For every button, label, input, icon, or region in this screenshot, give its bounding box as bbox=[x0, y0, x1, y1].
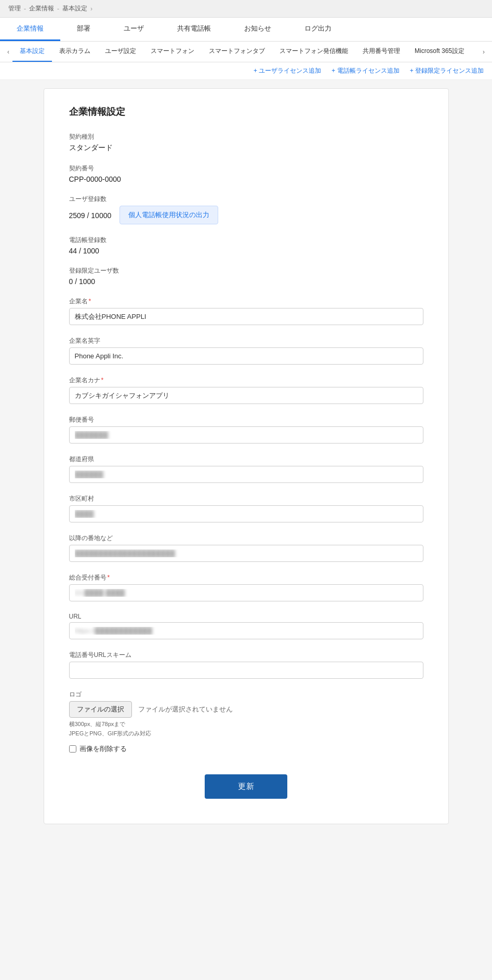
tab-shared-phonebook[interactable]: 共有電話帳 bbox=[161, 18, 228, 41]
subtab-basic-settings[interactable]: 基本設定 bbox=[12, 42, 52, 62]
phone-section: 総合受付番号* bbox=[69, 573, 423, 601]
phonebook-count-label: 電話帳登録数 bbox=[69, 236, 423, 245]
contract-number-label: 契約番号 bbox=[69, 164, 423, 173]
submit-button[interactable]: 更新 bbox=[205, 774, 287, 799]
tab-department[interactable]: 部署 bbox=[60, 18, 107, 41]
delete-image-checkbox[interactable] bbox=[69, 745, 76, 753]
address-input[interactable] bbox=[69, 545, 423, 562]
file-section: ファイルの選択 ファイルが選択されていません bbox=[69, 701, 423, 718]
url-input[interactable] bbox=[69, 622, 423, 639]
phone-url-scheme-label: 電話番号URLスキーム bbox=[69, 651, 423, 660]
user-count-section: ユーザ登録数 2509 / 10000 個人電話帳使用状況の出力 bbox=[69, 195, 423, 224]
top-nav: 企業情報 部署 ユーザ 共有電話帳 お知らせ ログ出力 bbox=[0, 18, 492, 42]
file-select-button[interactable]: ファイルの選択 bbox=[69, 701, 132, 718]
logo-label: ロゴ bbox=[69, 690, 423, 699]
limited-user-count-label: 登録限定ユーザ数 bbox=[69, 266, 423, 275]
user-count-label: ユーザ登録数 bbox=[69, 195, 423, 204]
url-section: URL bbox=[69, 613, 423, 639]
postal-code-section: 郵便番号 bbox=[69, 415, 423, 444]
phone-label: 総合受付番号* bbox=[69, 573, 423, 582]
company-name-en-section: 企業名英字 bbox=[69, 337, 423, 365]
breadcrumb-item-1: 管理 bbox=[8, 4, 21, 13]
breadcrumb: 管理 - 企業情報 - 基本設定 › bbox=[0, 0, 492, 18]
company-name-kana-section: 企業名カナ* bbox=[69, 376, 423, 404]
page-title: 企業情報設定 bbox=[69, 105, 423, 118]
phone-required-mark: * bbox=[108, 574, 110, 581]
sub-nav-prev[interactable]: ‹ bbox=[4, 43, 12, 61]
company-name-kana-input[interactable] bbox=[69, 387, 423, 404]
sub-nav-tabs: 基本設定 表示カラム ユーザ設定 スマートフォン スマートフォンタブ スマートフ… bbox=[12, 42, 480, 62]
postal-code-label: 郵便番号 bbox=[69, 415, 423, 424]
tab-user[interactable]: ユーザ bbox=[107, 18, 161, 41]
prefecture-section: 都道府県 bbox=[69, 455, 423, 483]
breadcrumb-item-3: 基本設定 bbox=[62, 4, 87, 13]
phonebook-count-value: 44 / 1000 bbox=[69, 247, 423, 255]
delete-image-row: 画像を削除する bbox=[69, 744, 423, 754]
contract-type-label: 契約種別 bbox=[69, 132, 423, 141]
prefecture-input[interactable] bbox=[69, 466, 423, 483]
address-section: 以降の番地など bbox=[69, 534, 423, 562]
company-name-section: 企業名* bbox=[69, 297, 423, 325]
tab-log-output[interactable]: ログ出力 bbox=[288, 18, 348, 41]
city-input[interactable] bbox=[69, 505, 423, 522]
file-no-selected-text: ファイルが選択されていません bbox=[138, 705, 233, 714]
company-name-kana-label: 企業名カナ* bbox=[69, 376, 423, 385]
tab-company-info[interactable]: 企業情報 bbox=[0, 18, 60, 41]
user-license-add-link[interactable]: ユーザライセンス追加 bbox=[254, 66, 321, 75]
sub-nav-next[interactable]: › bbox=[480, 43, 488, 61]
company-name-required-mark: * bbox=[89, 298, 91, 305]
contract-number-value: CPP-0000-0000 bbox=[69, 175, 423, 183]
company-name-en-input[interactable] bbox=[69, 347, 423, 365]
city-section: 市区町村 bbox=[69, 494, 423, 522]
subtab-microsoft365[interactable]: Microsoft 365設定 bbox=[407, 42, 472, 62]
breadcrumb-sep-3: › bbox=[90, 5, 92, 12]
subtab-display-columns[interactable]: 表示カラム bbox=[52, 42, 98, 62]
limited-user-count-value: 0 / 1000 bbox=[69, 277, 423, 286]
postal-code-input[interactable] bbox=[69, 426, 423, 444]
subtab-user-settings[interactable]: ユーザ設定 bbox=[98, 42, 143, 62]
breadcrumb-item-2: 企業情報 bbox=[29, 4, 54, 13]
breadcrumb-sep-1: - bbox=[24, 5, 26, 12]
user-count-value: 2509 / 10000 bbox=[69, 211, 112, 220]
subtab-smartphone-call[interactable]: スマートフォン発信機能 bbox=[272, 42, 355, 62]
address-label: 以降の番地など bbox=[69, 534, 423, 543]
subtab-shared-number[interactable]: 共用番号管理 bbox=[355, 42, 407, 62]
phonebook-license-add-link[interactable]: 電話帳ライセンス追加 bbox=[331, 66, 399, 75]
contract-type-value: スタンダード bbox=[69, 143, 423, 153]
url-label: URL bbox=[69, 613, 423, 620]
phone-url-scheme-section: 電話番号URLスキーム bbox=[69, 651, 423, 679]
limited-license-add-link[interactable]: 登録限定ライセンス追加 bbox=[410, 66, 484, 75]
contract-number-section: 契約番号 CPP-0000-0000 bbox=[69, 164, 423, 183]
main-content: 企業情報設定 契約種別 スタンダード 契約番号 CPP-0000-0000 ユー… bbox=[44, 88, 449, 824]
phone-url-scheme-input[interactable] bbox=[69, 662, 423, 679]
contract-type-section: 契約種別 スタンダード bbox=[69, 132, 423, 153]
sub-nav: ‹ 基本設定 表示カラム ユーザ設定 スマートフォン スマートフォンタブ スマー… bbox=[0, 42, 492, 62]
company-name-en-label: 企業名英字 bbox=[69, 337, 423, 345]
subtab-smartphone[interactable]: スマートフォン bbox=[143, 42, 202, 62]
subtab-smartphone-tab[interactable]: スマートフォンタブ bbox=[202, 42, 272, 62]
license-bar: ユーザライセンス追加 電話帳ライセンス追加 登録限定ライセンス追加 bbox=[0, 62, 492, 80]
tab-notice[interactable]: お知らせ bbox=[228, 18, 288, 41]
file-hint: 横300px、縦78pxまで JPEGとPNG、GIF形式のみ対応 bbox=[69, 720, 423, 738]
phone-input[interactable] bbox=[69, 584, 423, 601]
prefecture-label: 都道府県 bbox=[69, 455, 423, 464]
company-name-kana-required-mark: * bbox=[101, 377, 104, 384]
company-name-input[interactable] bbox=[69, 308, 423, 325]
phonebook-count-section: 電話帳登録数 44 / 1000 bbox=[69, 236, 423, 255]
city-label: 市区町村 bbox=[69, 494, 423, 503]
output-button[interactable]: 個人電話帳使用状況の出力 bbox=[119, 206, 218, 224]
breadcrumb-sep-2: - bbox=[57, 5, 59, 12]
delete-image-label[interactable]: 画像を削除する bbox=[79, 744, 127, 754]
limited-user-count-section: 登録限定ユーザ数 0 / 1000 bbox=[69, 266, 423, 286]
logo-section: ロゴ ファイルの選択 ファイルが選択されていません 横300px、縦78pxまで… bbox=[69, 690, 423, 754]
company-name-label: 企業名* bbox=[69, 297, 423, 306]
